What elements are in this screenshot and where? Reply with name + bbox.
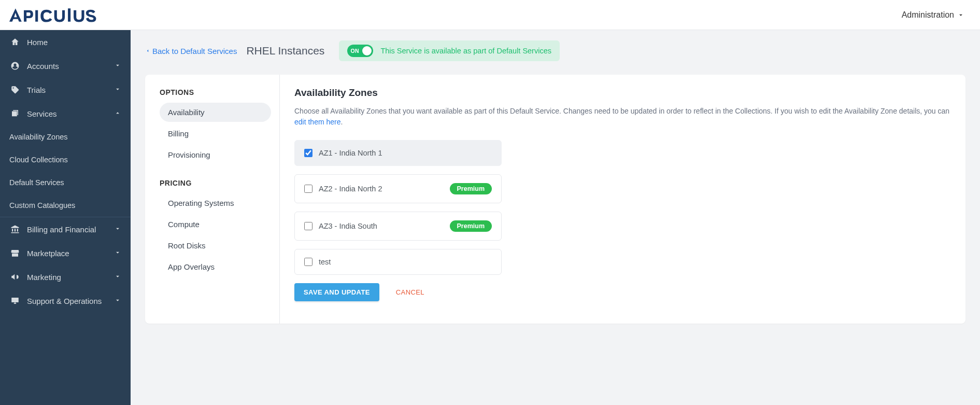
sidebar: HomeAccountsTrialsServicesAvailability Z… [0,30,131,405]
service-status-text: This Service is available as part of Def… [380,47,551,55]
options-sidebar: OPTIONS AvailabilityBillingProvisioning … [145,75,280,324]
svg-rect-1 [68,8,70,22]
sidebar-item-marketing[interactable]: Marketing [0,265,131,289]
content-description: Choose all Availability Zones that you w… [294,106,951,128]
back-link[interactable]: Back to Default Services [145,47,237,55]
page-title: RHEL Instances [246,45,324,57]
sidebar-item-support-operations[interactable]: Support & Operations [0,289,131,313]
option-item-provisioning[interactable]: Provisioning [160,145,271,164]
main-content: Back to Default Services RHEL Instances … [131,30,980,405]
page-header: Back to Default Services RHEL Instances … [145,40,965,61]
content-card: OPTIONS AvailabilityBillingProvisioning … [145,75,965,324]
caret-down-icon [957,11,964,19]
zone-checkbox[interactable] [304,185,313,193]
sidebar-submenu: Availability ZonesCloud CollectionsDefau… [0,125,131,217]
zone-label: test [319,258,331,266]
user-circle-icon [9,61,21,71]
description-suffix: . [341,118,343,126]
sidebar-item-label: Accounts [27,62,59,71]
svg-rect-0 [35,10,38,21]
option-item-billing[interactable]: Billing [160,124,271,143]
layers-icon [9,109,21,118]
home-icon [9,37,21,47]
sidebar-subitem-availability-zones[interactable]: Availability Zones [0,125,131,148]
bank-icon [9,225,21,234]
sidebar-item-label: Marketplace [27,249,69,258]
options-list: AvailabilityBillingProvisioning [160,103,271,164]
chevron-down-icon [114,225,121,234]
actions-row: SAVE AND UPDATE CANCEL [294,283,951,301]
option-item-root-disks[interactable]: Root Disks [160,236,271,255]
sidebar-item-label: Support & Operations [27,297,102,305]
sidebar-item-label: Marketing [27,273,61,282]
zone-row[interactable]: AZ2 - India North 2Premium [294,174,502,203]
pricing-list: Operating SystemsComputeRoot DisksApp Ov… [160,193,271,276]
zone-label: AZ1 - India North 1 [319,149,382,157]
topbar: Administration [0,0,980,30]
sidebar-item-services[interactable]: Services [0,102,131,125]
brand-logo [9,6,111,24]
sidebar-item-trials[interactable]: Trials [0,78,131,102]
chevron-down-icon [114,249,121,258]
back-link-label: Back to Default Services [152,47,237,55]
chevron-down-icon [114,297,121,305]
chevron-left-icon [145,47,150,54]
service-toggle[interactable]: ON [347,45,373,57]
chevron-down-icon [114,62,121,71]
tags-icon [9,85,21,94]
bullhorn-icon [9,272,21,282]
zone-row[interactable]: AZ3 - India SouthPremium [294,212,502,241]
toggle-state-label: ON [350,48,359,54]
sidebar-item-label: Trials [27,86,46,94]
chevron-up-icon [114,109,121,118]
apiculus-logo-icon [9,6,111,24]
sidebar-subitem-custom-catalogues[interactable]: Custom Catalogues [0,194,131,217]
options-heading: OPTIONS [160,88,271,96]
zone-label: AZ3 - India South [319,222,377,230]
sidebar-subitem-default-services[interactable]: Default Services [0,171,131,194]
sidebar-item-label: Billing and Financial [27,225,96,234]
sidebar-subitem-cloud-collections[interactable]: Cloud Collections [0,148,131,171]
option-item-compute[interactable]: Compute [160,215,271,234]
store-icon [9,248,21,258]
pricing-heading: PRICING [160,179,271,187]
sidebar-item-home[interactable]: Home [0,30,131,54]
chevron-down-icon [114,86,121,94]
sidebar-item-label: Services [27,109,57,118]
administration-label: Administration [902,10,954,20]
premium-badge: Premium [450,183,492,194]
sidebar-item-accounts[interactable]: Accounts [0,54,131,78]
content-heading: Availability Zones [294,87,951,99]
zone-checkbox[interactable] [304,149,313,157]
chevron-down-icon [114,273,121,282]
sidebar-item-billing-and-financial[interactable]: Billing and Financial [0,217,131,241]
description-text: Choose all Availability Zones that you w… [294,107,949,115]
sidebar-item-label: Home [27,38,48,47]
monitor-icon [9,296,21,305]
option-item-app-overlays[interactable]: App Overlays [160,257,271,276]
sidebar-item-marketplace[interactable]: Marketplace [0,241,131,265]
cancel-button[interactable]: CANCEL [396,288,424,296]
zone-label: AZ2 - India North 2 [319,185,382,193]
edit-zones-link[interactable]: edit them here [294,118,341,126]
administration-dropdown[interactable]: Administration [902,10,964,20]
option-item-operating-systems[interactable]: Operating Systems [160,193,271,213]
content-panel: Availability Zones Choose all Availabili… [280,75,965,324]
save-button[interactable]: SAVE AND UPDATE [294,283,379,301]
service-status-pill: ON This Service is available as part of … [339,40,560,61]
zone-row[interactable]: test [294,249,502,275]
zone-checkbox[interactable] [304,258,313,266]
zone-list: AZ1 - India North 1AZ2 - India North 2Pr… [294,140,502,275]
option-item-availability[interactable]: Availability [160,103,271,122]
premium-badge: Premium [450,220,492,232]
zone-checkbox[interactable] [304,222,313,230]
zone-row[interactable]: AZ1 - India North 1 [294,140,502,166]
